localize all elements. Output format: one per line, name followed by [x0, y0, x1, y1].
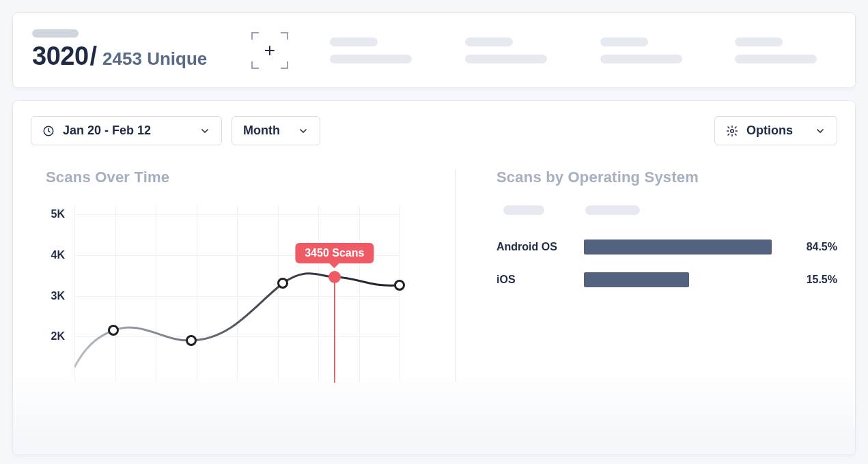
line-path	[74, 205, 400, 383]
y-tick: 4K	[51, 249, 65, 261]
selection-corners-icon	[251, 31, 289, 70]
clock-icon	[42, 125, 55, 137]
data-point[interactable]	[186, 335, 197, 346]
add-widget-button[interactable]: +	[251, 31, 289, 70]
stat-label-skeleton	[32, 29, 79, 38]
scans-by-os-panel: Scans by Operating System Android OS 84.…	[455, 169, 837, 383]
y-tick: 2K	[51, 330, 65, 343]
y-tick: 5K	[51, 208, 65, 220]
gear-icon	[726, 125, 738, 137]
chevron-down-icon	[199, 126, 210, 136]
os-label: Android OS	[496, 241, 572, 253]
stat-skeleton	[600, 38, 701, 63]
options-select[interactable]: Options	[714, 116, 837, 145]
os-percent: 84.5%	[789, 241, 837, 253]
granularity-label: Month	[243, 124, 280, 138]
plot-area: 3450 Scans	[74, 205, 400, 383]
os-bar	[584, 240, 772, 255]
chart-tooltip: 3450 Scans	[295, 243, 374, 263]
os-bar-track	[584, 240, 772, 255]
scan-total: 3020	[32, 42, 89, 71]
os-bar-track	[584, 272, 772, 287]
os-bar-chart: Android OS 84.5% iOS 15.5%	[496, 205, 837, 287]
stat-slash: /	[90, 42, 98, 71]
data-point[interactable]	[108, 325, 119, 336]
stat-placeholders	[330, 38, 836, 63]
stat-skeleton	[735, 38, 836, 63]
charts-body: Scans Over Time 5K 4K 3K 2K	[31, 169, 837, 383]
scan-total-block: 3020 / 2453 Unique	[32, 29, 210, 71]
chart-title: Scans by Operating System	[496, 169, 837, 186]
options-label: Options	[746, 124, 793, 138]
chart-title: Scans Over Time	[46, 169, 434, 186]
svg-point-1	[731, 129, 734, 132]
stat-skeleton	[465, 38, 566, 63]
data-point[interactable]	[394, 280, 405, 291]
crosshair	[334, 277, 335, 383]
fade-overlay	[13, 373, 855, 454]
data-point[interactable]	[277, 278, 288, 289]
os-bar	[584, 272, 689, 287]
y-tick: 3K	[51, 290, 65, 302]
date-range-select[interactable]: Jan 20 - Feb 12	[31, 116, 222, 145]
granularity-select[interactable]: Month	[232, 116, 320, 145]
chart-toolbar: Jan 20 - Feb 12 Month Options	[31, 116, 837, 145]
scans-over-time-panel: Scans Over Time 5K 4K 3K 2K	[31, 169, 455, 383]
os-percent: 15.5%	[789, 274, 837, 286]
os-row-android: Android OS 84.5%	[496, 240, 837, 255]
data-point-active[interactable]	[328, 271, 341, 283]
stat-line: 3020 / 2453 Unique	[32, 42, 210, 71]
os-header-skeleton	[496, 205, 837, 215]
charts-card: Jan 20 - Feb 12 Month Options	[12, 100, 856, 455]
line-chart: 5K 4K 3K 2K	[31, 205, 400, 383]
summary-card: 3020 / 2453 Unique +	[12, 12, 856, 88]
y-axis: 5K 4K 3K 2K	[31, 205, 72, 383]
scan-unique: 2453 Unique	[102, 48, 207, 70]
chevron-down-icon	[298, 126, 309, 136]
os-label: iOS	[496, 274, 572, 286]
chevron-down-icon	[815, 126, 826, 136]
os-row-ios: iOS 15.5%	[496, 272, 837, 287]
date-range-label: Jan 20 - Feb 12	[63, 124, 151, 138]
stat-skeleton	[330, 38, 431, 63]
